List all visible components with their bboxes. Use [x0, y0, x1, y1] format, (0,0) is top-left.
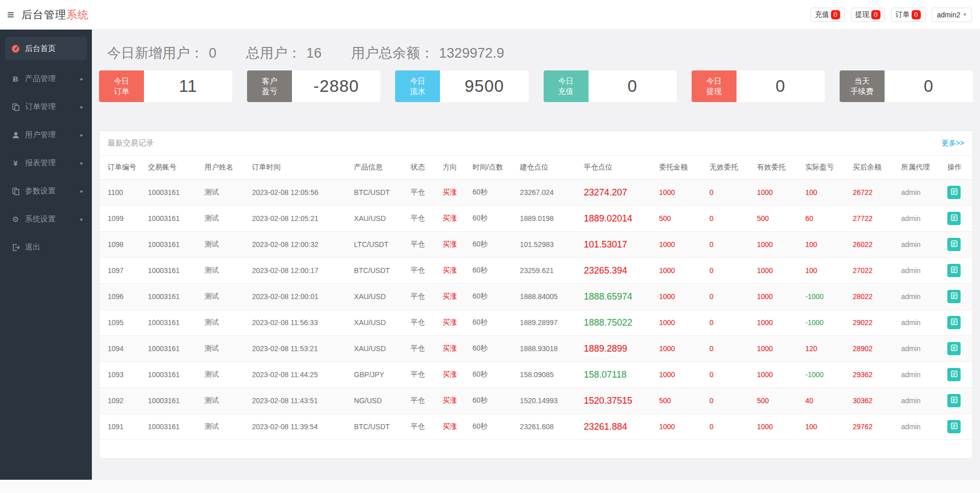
sidebar-item-系统设置[interactable]: ⚙系统设置▸	[0, 205, 92, 233]
table-cell: 2023-02-08 11:43:51	[249, 388, 351, 414]
row-detail-button[interactable]	[947, 420, 961, 433]
table-cell: 1094	[100, 336, 145, 362]
table-cell: 1096	[100, 284, 145, 310]
row-detail-button[interactable]	[947, 368, 961, 381]
table-cell: 60秒	[470, 284, 517, 310]
table-cell: 2023-02-08 11:53:21	[249, 336, 351, 362]
table-cell: 测试	[202, 310, 249, 336]
sidebar-item-后台首页[interactable]: 后台首页	[5, 37, 87, 60]
table-cell: admin	[898, 206, 945, 232]
table-cell: 23259.621	[517, 258, 581, 284]
nav-button-2[interactable]: 提现0	[851, 8, 885, 22]
table-cell: -1000	[802, 310, 850, 336]
column-header: 订单编号	[100, 156, 145, 180]
row-detail-button[interactable]	[947, 316, 961, 329]
table-cell: 2023-02-08 12:00:32	[249, 232, 351, 258]
list-icon	[951, 266, 958, 275]
chevron-right-icon: ▸	[80, 188, 83, 194]
table-cell: 27022	[850, 258, 898, 284]
table-cell: 158.09085	[517, 362, 581, 388]
table-cell: 1000	[754, 362, 802, 388]
menu-icon[interactable]: ≡	[7, 9, 14, 21]
table-row: 109210003161测试2023-02-08 11:43:51NG/USD平…	[100, 388, 972, 414]
card-label: 客户盈亏	[247, 70, 292, 102]
table-cell: 60	[802, 206, 850, 232]
table-cell: 测试	[202, 206, 249, 232]
more-link[interactable]: 更多>>	[942, 139, 964, 148]
chevron-right-icon: ▸	[80, 160, 83, 166]
sidebar-item-退出[interactable]: 退出	[0, 233, 92, 261]
table-cell: 1000	[656, 310, 706, 336]
table-cell: 1520.37515	[581, 388, 656, 414]
row-detail-button[interactable]	[947, 186, 961, 199]
table-row: 110010003161测试2023-02-08 12:05:56BTC/USD…	[100, 180, 972, 206]
card-今日提现: 今日提现0	[692, 70, 825, 102]
table-cell: 28022	[850, 284, 898, 310]
row-detail-button[interactable]	[947, 238, 961, 251]
table-cell: 1000	[754, 284, 802, 310]
stat-cards: 今日订单11客户盈亏-2880今日流水9500今日充值0今日提现0当天手续费0	[99, 70, 973, 102]
sidebar-item-用户管理[interactable]: 用户管理▸	[0, 121, 92, 149]
user-menu-button[interactable]: admin2 ▾	[932, 8, 972, 22]
params-icon	[11, 187, 20, 195]
table-row: 109310003161测试2023-02-08 11:44:25GBP/JPY…	[100, 362, 972, 388]
overview-stats: 今日新增用户：0总用户：16用户总余额：1329972.9	[107, 44, 973, 62]
table-cell: 10003161	[145, 284, 202, 310]
table-cell: 1000	[656, 284, 706, 310]
column-header: 建仓点位	[517, 156, 581, 180]
operation-cell	[944, 362, 972, 388]
sidebar-item-产品管理[interactable]: Ƀ产品管理▸	[0, 65, 92, 93]
panel-title: 最新交易记录	[108, 138, 154, 148]
list-icon	[951, 318, 958, 327]
table-cell: 23274.207	[581, 180, 656, 206]
table-cell: 1520.14993	[517, 388, 581, 414]
sidebar-item-订单管理[interactable]: 订单管理▸	[0, 93, 92, 121]
nav-button-1[interactable]: 充值0	[811, 8, 845, 22]
table-cell: GBP/JPY	[351, 362, 408, 388]
table-cell: XAU/USD	[351, 310, 408, 336]
table-cell: 120	[802, 336, 850, 362]
card-value: 0	[589, 70, 677, 102]
table-cell: 500	[754, 388, 802, 414]
table-cell: BTC/USDT	[351, 414, 408, 440]
row-detail-button[interactable]	[947, 342, 961, 355]
table-cell: 10003161	[145, 414, 202, 440]
table-cell: 1000	[656, 180, 706, 206]
sidebar-item-参数设置[interactable]: 参数设置▸	[0, 177, 92, 205]
top-navbar: ≡ 后台管理系统 充值0提现0订单0 admin2 ▾	[0, 0, 980, 30]
table-cell: 60秒	[470, 388, 517, 414]
card-value: 9500	[440, 70, 528, 102]
row-detail-button[interactable]	[947, 212, 961, 225]
column-header: 所属代理	[898, 156, 945, 180]
table-cell: 平仓	[408, 414, 440, 440]
table-cell: 101.53017	[581, 232, 656, 258]
table-cell: 平仓	[408, 206, 440, 232]
table-cell: 60秒	[470, 414, 517, 440]
table-cell: 60秒	[470, 362, 517, 388]
sidebar-item-报表管理[interactable]: ¥报表管理▸	[0, 149, 92, 177]
list-icon	[951, 292, 958, 301]
table-cell: admin	[898, 414, 945, 440]
table-cell: 2023-02-08 11:44:25	[249, 362, 351, 388]
table-cell: 1000	[754, 232, 802, 258]
stat-value: 1329972.9	[439, 45, 504, 61]
table-cell: 买涨	[439, 336, 470, 362]
column-header: 买后余额	[850, 156, 898, 180]
table-cell: XAU/USD	[351, 206, 408, 232]
operation-cell	[944, 232, 972, 258]
table-row: 109610003161测试2023-02-08 12:00:01XAU/USD…	[100, 284, 972, 310]
table-cell: 500	[656, 206, 706, 232]
brand-suffix: 系统	[66, 9, 89, 20]
stat-用户总余额: 用户总余额：1329972.9	[351, 44, 504, 62]
row-detail-button[interactable]	[947, 394, 961, 407]
table-cell: 0	[706, 414, 754, 440]
nav-button-3[interactable]: 订单0	[891, 8, 925, 22]
card-value: 11	[144, 70, 232, 102]
table-cell: 2023-02-08 12:00:01	[249, 284, 351, 310]
table-cell: 100	[802, 414, 850, 440]
row-detail-button[interactable]	[947, 290, 961, 303]
row-detail-button[interactable]	[947, 264, 961, 277]
table-cell: 1000	[754, 180, 802, 206]
table-cell: 60秒	[470, 336, 517, 362]
table-cell: 10003161	[145, 206, 202, 232]
